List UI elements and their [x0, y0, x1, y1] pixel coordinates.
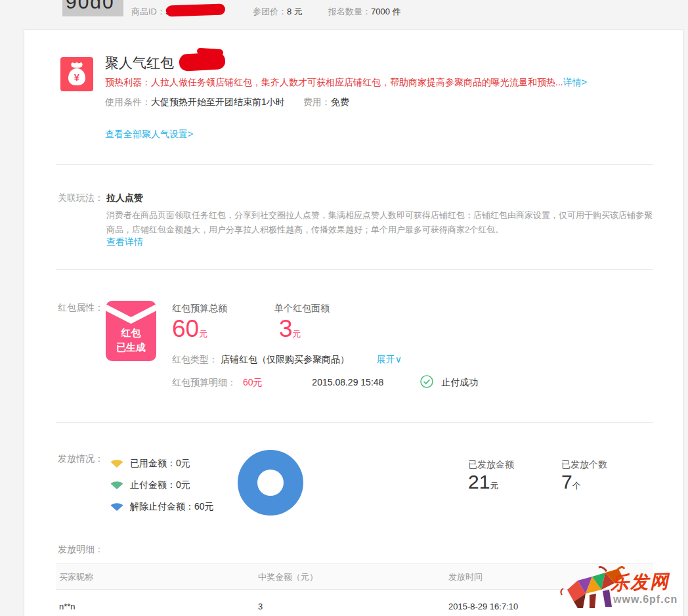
packet-type-row: 红包类型： 店铺红包（仅限购买参聚商品） 展开∨	[172, 354, 402, 366]
enroll-quantity-value: 7000 件	[371, 7, 401, 16]
issued-amount-value: 21元	[468, 471, 498, 493]
fee-value: 免费	[331, 97, 349, 107]
promo-description-text: 预热利器：人拉人做任务领店铺红包，集齐人数才可获相应店铺红包，帮助商家提高参聚商…	[105, 77, 563, 87]
packet-type-label: 红包类型：	[172, 354, 218, 364]
donut-chart	[238, 450, 303, 516]
budget-detail-value: 60元	[243, 377, 263, 387]
section-divider	[56, 269, 653, 270]
view-detail-link[interactable]: 查看详情	[106, 236, 143, 248]
chevron-down-icon: ∨	[395, 354, 402, 364]
detail-table-label: 发放明细：	[58, 544, 104, 556]
budget-detail-label: 红包预算明细：	[172, 377, 236, 387]
play-description: 消费者在商品页面领取任务红包，分享到社交圈拉人点赞，集满相应点赞人数即可获得店铺…	[106, 208, 653, 237]
legend-item-used: 已用金额：0元	[109, 457, 190, 469]
fee-label: 费用：	[303, 97, 331, 107]
issued-amount-label: 已发放金额	[468, 459, 514, 471]
red-envelope-badge: 红包 已生成	[106, 301, 156, 361]
play-section-label: 关联玩法：	[58, 192, 104, 204]
condition-label: 使用条件：	[105, 97, 151, 107]
page-title: 聚人气红包	[105, 54, 174, 72]
column-header-amount: 中奖金额（元）	[258, 571, 318, 583]
budget-total-value: 60元	[172, 315, 207, 343]
issued-count-label: 已发放个数	[561, 459, 607, 471]
cell-prize-amount: 3	[258, 602, 263, 611]
budget-detail-time: 2015.08.29 15:48	[312, 377, 383, 387]
yuan-symbol: ¥	[74, 72, 80, 83]
page: 90d0 商品ID：52154 参团价：8 元 报名数量：7000 件 ¥ 聚人…	[0, 0, 688, 616]
budget-detail-row: 红包预算明细： 60元 2015.08.29 15:48 止付成功	[172, 375, 478, 390]
group-price-field: 参团价：8 元	[253, 6, 303, 18]
watermark-site-name: 乐发网	[610, 569, 670, 596]
group-price-label: 参团价：	[253, 7, 287, 16]
issued-count-value: 7个	[561, 471, 581, 493]
enroll-quantity-label: 报名数量：	[328, 7, 371, 16]
condition-value: 大促预热开始至开团结束前1小时	[151, 97, 285, 107]
envelope-flap-icon	[106, 301, 156, 327]
envelope-text-line2: 已生成	[106, 341, 156, 354]
site-watermark: 乐发网 www.6pf.cn	[559, 565, 688, 616]
cell-issue-time: 2015-8-29 16:7:10	[448, 602, 518, 611]
distribution-section-label: 发放情况：	[58, 453, 104, 465]
thumbnail-text: 90d0	[66, 0, 115, 13]
cell-buyer-nickname: n**n	[59, 602, 75, 611]
promo-description: 预热利器：人拉人做任务领店铺红包，集齐人数才可获相应店铺红包，帮助商家提高参聚商…	[105, 77, 591, 89]
view-all-settings-link[interactable]: 查看全部聚人气设置>	[105, 129, 193, 141]
packet-type-value: 店铺红包（仅限购买参聚商品）	[221, 354, 349, 364]
stop-pay-status: 止付成功	[441, 377, 478, 387]
pie-wedge-icon	[109, 479, 125, 490]
column-header-buyer: 买家昵称	[59, 571, 93, 583]
money-bag-icon: ¥	[60, 57, 93, 91]
section-divider	[56, 164, 653, 165]
budget-total-label: 红包预算总额	[172, 303, 227, 315]
pie-wedge-icon	[109, 457, 125, 468]
success-check-icon	[420, 375, 433, 390]
product-thumbnail: 90d0	[62, 0, 123, 16]
attrs-section-label: 红包属性：	[58, 302, 104, 314]
single-amount-label: 单个红包面额	[274, 303, 330, 315]
product-id-label: 商品ID：	[131, 7, 165, 16]
usage-condition-row: 使用条件：大促预热开始至开团结束前1小时费用：免费	[105, 97, 349, 108]
details-link[interactable]: 详情>	[563, 77, 587, 87]
expand-link[interactable]: 展开∨	[377, 354, 402, 364]
section-divider	[56, 422, 653, 423]
group-price-value: 8 元	[287, 7, 303, 16]
donut-hole	[257, 470, 284, 496]
play-name: 拉人点赞	[106, 192, 143, 204]
single-amount-value: 3元	[279, 315, 301, 343]
pie-wedge-icon	[109, 500, 125, 512]
legend-item-stopped: 止付金额：0元	[109, 479, 190, 491]
column-header-time: 发放时间	[448, 571, 483, 583]
watermark-site-url: www.6pf.cn	[613, 594, 677, 605]
legend-item-released: 解除止付金额：60元	[109, 500, 214, 512]
envelope-text-line1: 红包	[106, 327, 156, 340]
enroll-quantity-field: 报名数量：7000 件	[328, 6, 401, 18]
